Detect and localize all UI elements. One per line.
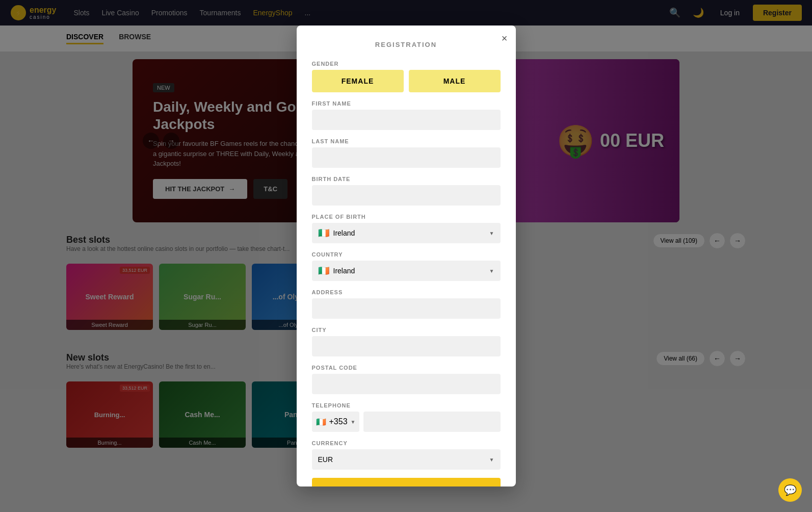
address-label: ADDRESS — [312, 289, 501, 295]
currency-select-wrapper: EUR USD GBP — [312, 449, 501, 470]
telephone-input[interactable] — [363, 412, 500, 432]
currency-select[interactable]: EUR USD GBP — [312, 449, 501, 470]
next-button[interactable]: NEXT — [312, 478, 501, 487]
address-input[interactable] — [312, 298, 501, 319]
country-flag: 🇮🇪 — [318, 265, 329, 276]
city-input[interactable] — [312, 336, 501, 356]
place-of-birth-flag: 🇮🇪 — [318, 227, 329, 239]
last-name-label: LAST NAME — [312, 138, 501, 144]
registration-modal: REGISTRATION × GENDER FEMALE MALE FIRST … — [297, 25, 516, 487]
birth-date-label: BIRTH DATE — [312, 176, 501, 182]
currency-group: CURRENCY EUR USD GBP — [312, 440, 501, 470]
telephone-label: TELEPHONE — [312, 402, 501, 408]
city-label: CITY — [312, 327, 501, 333]
currency-label: CURRENCY — [312, 440, 501, 446]
birth-date-input[interactable] — [312, 185, 501, 206]
country-group: COUNTRY 🇮🇪 Ireland — [312, 251, 501, 281]
modal-title: REGISTRATION — [312, 41, 501, 48]
country-select[interactable]: Ireland — [329, 261, 501, 281]
tel-dropdown-icon: ▼ — [351, 419, 356, 425]
place-of-birth-label: PLACE OF BIRTH — [312, 214, 501, 220]
country-label: COUNTRY — [312, 251, 501, 258]
postal-code-group: POSTAL CODE — [312, 365, 501, 394]
postal-code-input[interactable] — [312, 374, 501, 394]
female-button[interactable]: FEMALE — [312, 70, 404, 92]
modal-close-button[interactable]: × — [502, 33, 508, 44]
last-name-group: LAST NAME — [312, 138, 501, 168]
tel-prefix-selector[interactable]: 🇮🇪 +353 ▼ — [312, 412, 360, 432]
gender-buttons: FEMALE MALE — [312, 70, 501, 92]
male-button[interactable]: MALE — [409, 70, 501, 92]
place-of-birth-group: PLACE OF BIRTH 🇮🇪 Ireland — [312, 214, 501, 243]
telephone-wrapper: 🇮🇪 +353 ▼ — [312, 412, 501, 432]
first-name-input[interactable] — [312, 110, 501, 130]
chat-button[interactable]: 💬 — [778, 478, 802, 502]
tel-flag: 🇮🇪 — [316, 417, 326, 427]
birth-date-group: BIRTH DATE — [312, 176, 501, 206]
first-name-group: FIRST NAME — [312, 100, 501, 130]
tel-prefix-value: +353 — [329, 417, 348, 426]
chat-icon: 💬 — [784, 484, 797, 496]
place-of-birth-select-wrapper: 🇮🇪 Ireland — [312, 223, 501, 243]
modal-overlay[interactable]: REGISTRATION × GENDER FEMALE MALE FIRST … — [0, 0, 812, 512]
telephone-group: TELEPHONE 🇮🇪 +353 ▼ — [312, 402, 501, 432]
first-name-label: FIRST NAME — [312, 100, 501, 107]
city-group: CITY — [312, 327, 501, 356]
last-name-input[interactable] — [312, 147, 501, 168]
place-of-birth-select[interactable]: Ireland — [329, 223, 501, 243]
country-select-wrapper: 🇮🇪 Ireland — [312, 261, 501, 281]
address-group: ADDRESS — [312, 289, 501, 319]
gender-label: GENDER — [312, 61, 501, 67]
gender-group: GENDER FEMALE MALE — [312, 61, 501, 92]
postal-code-label: POSTAL CODE — [312, 365, 501, 371]
